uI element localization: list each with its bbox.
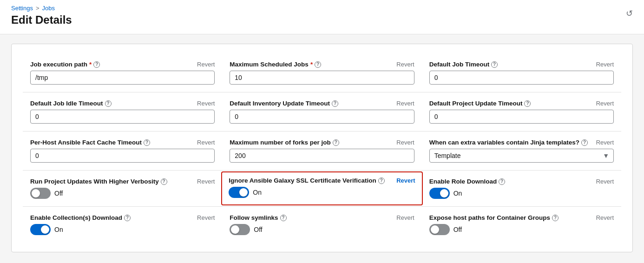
help-icon-default-inventory-update-timeout[interactable]: ? [332,100,338,107]
revert-job-execution-path[interactable]: Revert [197,61,215,68]
toggle-label-enable-collections-download: On [54,226,63,233]
field-default-inventory-update-timeout: Default Inventory Update Timeout ? Rever… [222,94,421,129]
toggle-row-expose-host-paths-for-container-groups: Off [429,224,614,235]
field-label-enable-collections-download: Enable Collection(s) Download [30,214,122,221]
help-icon-job-execution-path[interactable]: ? [93,61,100,68]
toggle-label-ignore-ansible-galaxy-ssl: On [253,189,262,196]
toggle-row-enable-collections-download: On [30,224,215,235]
field-label-follow-symlinks: Follow symlinks [230,214,278,221]
help-icon-default-job-idle-timeout[interactable]: ? [105,100,112,107]
revert-maximum-number-of-forks-per-job[interactable]: Revert [396,139,414,146]
revert-follow-symlinks[interactable]: Revert [396,214,414,221]
required-star-maximum-scheduled-jobs: * [310,61,313,68]
field-label-default-project-update-timeout: Default Project Update Timeout [429,100,523,107]
toggle-enable-collections-download[interactable] [30,224,51,235]
breadcrumb-settings-link[interactable]: Settings [11,5,33,12]
help-icon-maximum-scheduled-jobs[interactable]: ? [315,61,321,68]
help-icon-enable-collections-download[interactable]: ? [124,215,131,221]
history-icon: ↺ [626,9,633,18]
field-maximum-scheduled-jobs: Maximum Scheduled Jobs * ? Revert [222,55,421,90]
revert-default-job-timeout[interactable]: Revert [596,61,614,68]
field-enable-role-download: Enable Role Download ? Revert On [422,172,621,204]
help-icon-when-can-extra-variables[interactable]: ? [581,139,588,146]
field-job-execution-path: Job execution path * ? Revert [23,55,222,90]
select-when-can-extra-variables[interactable]: Template Always Never [429,149,614,163]
revert-enable-role-download[interactable]: Revert [596,178,614,185]
input-default-job-idle-timeout[interactable] [30,110,215,124]
field-maximum-number-of-forks-per-job: Maximum number of forks per job ? Revert [222,133,421,168]
field-label-maximum-scheduled-jobs: Maximum Scheduled Jobs [230,61,309,68]
revert-default-inventory-update-timeout[interactable]: Revert [396,100,414,107]
toggle-expose-host-paths-for-container-groups[interactable] [429,224,450,235]
help-icon-enable-role-download[interactable]: ? [499,178,505,185]
revert-run-project-updates-with-higher-verbosity[interactable]: Revert [197,178,215,185]
toggle-row-run-project-updates: Off [30,188,215,199]
help-icon-maximum-number-of-forks-per-job[interactable]: ? [333,139,339,146]
field-expose-host-paths-for-container-groups: Expose host paths for Container Groups ?… [422,209,621,241]
input-per-host-ansible-fact-cache-timeout[interactable] [30,149,215,163]
input-default-job-timeout[interactable] [429,71,614,85]
breadcrumb-jobs-link[interactable]: Jobs [42,5,55,12]
revert-when-can-extra-variables[interactable]: Revert [596,139,614,146]
field-label-enable-role-download: Enable Role Download [429,178,497,185]
toggle-ignore-ansible-galaxy-ssl[interactable] [229,187,249,198]
field-label-ignore-ansible-galaxy-ssl: Ignore Ansible Galaxy SSL Certificate Ve… [229,177,376,184]
help-icon-per-host-ansible-fact-cache-timeout[interactable]: ? [144,139,150,146]
input-default-inventory-update-timeout[interactable] [230,110,414,124]
field-label-run-project-updates-with-higher-verbosity: Run Project Updates With Higher Verbosit… [30,178,159,185]
field-label-per-host-ansible-fact-cache-timeout: Per-Host Ansible Fact Cache Timeout [30,139,142,146]
field-label-when-can-extra-variables: When can extra variables contain Jinja t… [429,139,579,146]
revert-default-project-update-timeout[interactable]: Revert [596,100,614,107]
required-star-job-execution-path: * [89,61,92,68]
help-icon-default-project-update-timeout[interactable]: ? [524,100,531,107]
field-default-job-timeout: Default Job Timeout ? Revert [422,55,621,90]
revert-ignore-ansible-galaxy-ssl[interactable]: Revert [396,177,415,184]
toggle-row-follow-symlinks: Off [230,224,414,235]
field-label-job-execution-path: Job execution path [30,61,87,68]
input-maximum-scheduled-jobs[interactable] [230,71,414,85]
toggle-follow-symlinks[interactable] [230,224,250,235]
breadcrumb: Settings > Jobs [11,5,633,12]
field-enable-collections-download: Enable Collection(s) Download ? Revert O… [23,209,222,241]
field-follow-symlinks: Follow symlinks ? Revert Off [222,209,421,241]
breadcrumb-separator: > [36,5,39,12]
field-label-default-inventory-update-timeout: Default Inventory Update Timeout [230,100,330,107]
toggle-label-follow-symlinks: Off [254,226,262,233]
field-per-host-ansible-fact-cache-timeout: Per-Host Ansible Fact Cache Timeout ? Re… [23,133,222,168]
revert-enable-collections-download[interactable]: Revert [197,214,215,221]
field-default-project-update-timeout: Default Project Update Timeout ? Revert [422,94,621,129]
revert-default-job-idle-timeout[interactable]: Revert [197,100,215,107]
field-label-default-job-timeout: Default Job Timeout [429,61,490,68]
toggle-run-project-updates[interactable] [30,188,51,199]
help-icon-follow-symlinks[interactable]: ? [280,215,287,221]
field-run-project-updates-with-higher-verbosity: Run Project Updates With Higher Verbosit… [23,172,222,204]
field-label-maximum-number-of-forks-per-job: Maximum number of forks per job [230,139,331,146]
revert-per-host-ansible-fact-cache-timeout[interactable]: Revert [197,139,215,146]
input-maximum-number-of-forks-per-job[interactable] [230,149,414,163]
field-default-job-idle-timeout: Default Job Idle Timeout ? Revert [23,94,222,129]
toggle-label-enable-role-download: On [453,190,462,197]
input-job-execution-path[interactable] [30,71,215,85]
history-button[interactable]: ↺ [626,8,633,19]
page-title: Edit Details [11,13,633,26]
field-ignore-ansible-galaxy-ssl: Ignore Ansible Galaxy SSL Certificate Ve… [221,171,422,205]
toggle-label-run-project-updates: Off [54,190,63,197]
revert-expose-host-paths-for-container-groups[interactable]: Revert [596,214,614,221]
help-icon-expose-host-paths-for-container-groups[interactable]: ? [552,215,559,221]
field-label-expose-host-paths-for-container-groups: Expose host paths for Container Groups [429,214,550,221]
field-label-default-job-idle-timeout: Default Job Idle Timeout [30,100,103,107]
toggle-row-enable-role-download: On [429,188,614,199]
form-panel: Job execution path * ? Revert Maximum Sc… [11,44,633,252]
toggle-row-ignore-ansible-galaxy-ssl: On [229,187,415,198]
help-icon-run-project-updates-with-higher-verbosity[interactable]: ? [161,178,167,185]
revert-maximum-scheduled-jobs[interactable]: Revert [396,61,414,68]
help-icon-ignore-ansible-galaxy-ssl[interactable]: ? [378,178,385,184]
select-wrapper-when-can-extra-variables: Template Always Never ▼ [429,149,614,163]
input-default-project-update-timeout[interactable] [429,110,614,124]
field-when-can-extra-variables: When can extra variables contain Jinja t… [422,133,621,168]
toggle-enable-role-download[interactable] [429,188,450,199]
help-icon-default-job-timeout[interactable]: ? [491,61,498,68]
toggle-label-expose-host-paths-for-container-groups: Off [453,226,462,233]
